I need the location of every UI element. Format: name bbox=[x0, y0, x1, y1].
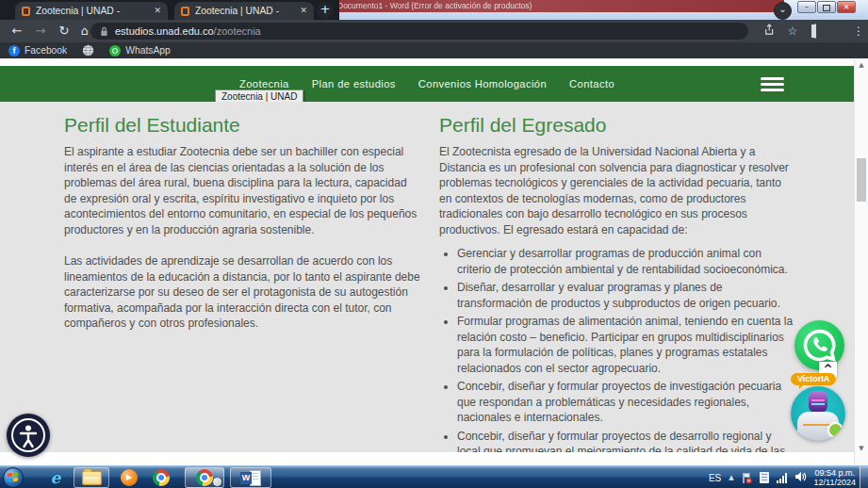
tab-zootecnia-2[interactable]: Zootecnia | UNAD - ✕ bbox=[174, 2, 314, 20]
bookmark-whatsapp[interactable]: WhatsApp bbox=[109, 45, 171, 57]
bookmark-star-icon[interactable]: ☆ bbox=[784, 24, 801, 39]
internet-explorer-icon: e bbox=[51, 470, 61, 486]
maximize-button[interactable] bbox=[817, 1, 836, 13]
windows-flag-icon bbox=[8, 473, 19, 482]
side-panel-glyph bbox=[814, 24, 816, 39]
url-host: estudios.unad.edu.co bbox=[115, 25, 214, 37]
language-indicator[interactable]: ES bbox=[709, 473, 721, 483]
robot-head bbox=[809, 391, 827, 413]
taskbar: e ▶ W ES ▲ bbox=[0, 465, 868, 488]
taskbar-media-player[interactable]: ▶ bbox=[115, 467, 143, 488]
address-bar[interactable]: estudios.unad.edu.co/zootecnia bbox=[90, 23, 748, 40]
action-center-flag-icon[interactable] bbox=[742, 472, 752, 484]
network-signal-icon[interactable] bbox=[777, 473, 787, 483]
start-button[interactable] bbox=[3, 467, 24, 488]
nav-item-convenios[interactable]: Convenios Homologación bbox=[418, 78, 547, 89]
share-icon[interactable] bbox=[760, 24, 777, 39]
folder-icon bbox=[82, 471, 102, 485]
facebook-icon: f bbox=[8, 45, 20, 57]
side-panel-icon[interactable] bbox=[807, 24, 824, 39]
bookmark-facebook[interactable]: f Facebook bbox=[8, 45, 67, 57]
hamburger-menu-icon[interactable] bbox=[761, 77, 784, 91]
tab-title: Zootecnia | UNAD - bbox=[36, 6, 148, 16]
tab-close-icon[interactable]: ✕ bbox=[154, 7, 161, 15]
url-text: estudios.unad.edu.co/zootecnia bbox=[115, 25, 261, 37]
bookmark-label: WhatsApp bbox=[125, 45, 171, 56]
word-icon: W bbox=[240, 470, 261, 486]
globe-icon bbox=[82, 44, 94, 57]
student-profile-heading: Perfil del Estudiante bbox=[64, 114, 420, 137]
close-button[interactable]: ✕ bbox=[837, 1, 856, 13]
maximize-icon bbox=[823, 5, 830, 11]
site-navbar: Zootecnia Plan de estudios Convenios Hom… bbox=[0, 66, 854, 102]
bookmarks-bar: f Facebook WhatsApp bbox=[0, 42, 868, 58]
bookmark-label: Facebook bbox=[25, 45, 67, 56]
system-tray: ES ▲ 09:54 p.m. bbox=[709, 466, 856, 488]
back-icon[interactable]: ← bbox=[8, 23, 26, 40]
tab-close-icon[interactable]: ✕ bbox=[300, 7, 307, 15]
volume-icon[interactable] bbox=[794, 469, 807, 486]
screen: Documento1 - Word (Error de activación d… bbox=[0, 0, 868, 488]
nav-item-zootecnia[interactable]: Zootecnia bbox=[239, 78, 289, 89]
taskbar-chrome[interactable] bbox=[147, 467, 175, 488]
accessibility-widget-button[interactable] bbox=[7, 414, 50, 457]
tab-title: Zootecnia | UNAD - bbox=[195, 6, 294, 16]
list-item: Concebir, diseñar y formular proyectos d… bbox=[457, 379, 795, 426]
tray-window-icon[interactable] bbox=[760, 472, 769, 483]
url-path: /zootecnia bbox=[214, 25, 261, 37]
show-desktop-button[interactable] bbox=[860, 466, 868, 488]
nav-item-plan-de-estudios[interactable]: Plan de estudios bbox=[312, 78, 396, 89]
accessibility-icon bbox=[7, 414, 50, 457]
unad-favicon-icon bbox=[22, 7, 30, 16]
scroll-up-icon[interactable]: ▲ bbox=[855, 61, 868, 69]
media-player-icon: ▶ bbox=[121, 469, 138, 486]
page-content: Perfil del Estudiante El aspirante a est… bbox=[0, 102, 854, 452]
scroll-down-icon[interactable]: ▼ bbox=[855, 445, 868, 452]
word-window-titlebar[interactable]: Documento1 - Word (Error de activación d… bbox=[313, 0, 784, 12]
page-scrollbar[interactable]: ▲ ▼ bbox=[854, 58, 868, 465]
graduate-profile-section: Perfil del Egresado El Zootecnista egres… bbox=[439, 114, 795, 452]
graduate-capabilities-list: Gerenciar y desarrollar programas de pro… bbox=[457, 246, 795, 452]
clock[interactable]: 09:54 p.m. 12/11/2024 bbox=[814, 468, 856, 487]
graduate-profile-intro: El Zootecnista egresado de la Universida… bbox=[439, 144, 795, 237]
student-profile-paragraph-1: El aspirante a estudiar Zootecnia debe s… bbox=[64, 144, 420, 237]
taskbar-file-explorer[interactable] bbox=[74, 467, 109, 488]
profile-avatar[interactable] bbox=[828, 24, 845, 39]
window-controls: – ✕ bbox=[797, 1, 856, 13]
lock-icon bbox=[100, 26, 108, 37]
refresh-icon[interactable]: ↻ bbox=[55, 23, 74, 40]
taskbar-internet-explorer[interactable]: e bbox=[41, 467, 70, 488]
new-tab-button[interactable]: + bbox=[317, 2, 334, 19]
browser-toolbar: ← → ↻ ⌂ estudios.unad.edu.co/zootecnia ☆… bbox=[0, 20, 868, 42]
minimize-button[interactable]: – bbox=[797, 1, 816, 13]
kebab-menu-icon[interactable]: ⋮ bbox=[850, 24, 867, 39]
clock-time: 09:54 p.m. bbox=[815, 468, 856, 478]
victoria-chatbot-avatar[interactable] bbox=[791, 386, 845, 441]
list-item: Gerenciar y desarrollar programas de pro… bbox=[457, 246, 795, 277]
assistant-name-badge: VictorIA bbox=[791, 373, 836, 385]
graduate-profile-heading: Perfil del Egresado bbox=[439, 114, 795, 137]
forward-icon[interactable]: → bbox=[31, 23, 50, 40]
taskbar-chrome-active[interactable] bbox=[185, 467, 224, 488]
student-profile-paragraph-2: Las actividades de aprendizaje se desarr… bbox=[64, 253, 420, 332]
whatsapp-icon bbox=[109, 45, 121, 57]
scrollbar-thumb[interactable] bbox=[857, 158, 866, 202]
student-profile-section: Perfil del Estudiante El aspirante a est… bbox=[64, 114, 420, 452]
chevron-down-button[interactable]: ⌄ bbox=[774, 2, 792, 20]
bookmark-globe[interactable] bbox=[82, 44, 94, 57]
chrome-icon bbox=[196, 469, 213, 486]
tab-zootecnia-1[interactable]: Zootecnia | UNAD - ✕ bbox=[15, 2, 168, 20]
nav-item-contacto[interactable]: Contacto bbox=[569, 78, 614, 89]
chrome-profile-badge bbox=[213, 478, 221, 486]
chrome-icon bbox=[153, 469, 170, 486]
list-item: Formular programas de alimentación anima… bbox=[457, 314, 795, 376]
unad-favicon-icon bbox=[181, 7, 189, 16]
word-window-title: Documento1 - Word (Error de activación d… bbox=[313, 0, 784, 12]
list-item: Concebir, diseñar y formular proyectos d… bbox=[457, 429, 795, 453]
clock-date: 12/11/2024 bbox=[814, 478, 856, 487]
page-viewport: Zootecnia Plan de estudios Convenios Hom… bbox=[0, 58, 854, 465]
hidden-icons-caret[interactable]: ▲ bbox=[729, 474, 733, 481]
list-item: Diseñar, desarrollar y evaluar programas… bbox=[457, 280, 795, 311]
taskbar-word[interactable]: W bbox=[230, 467, 271, 488]
